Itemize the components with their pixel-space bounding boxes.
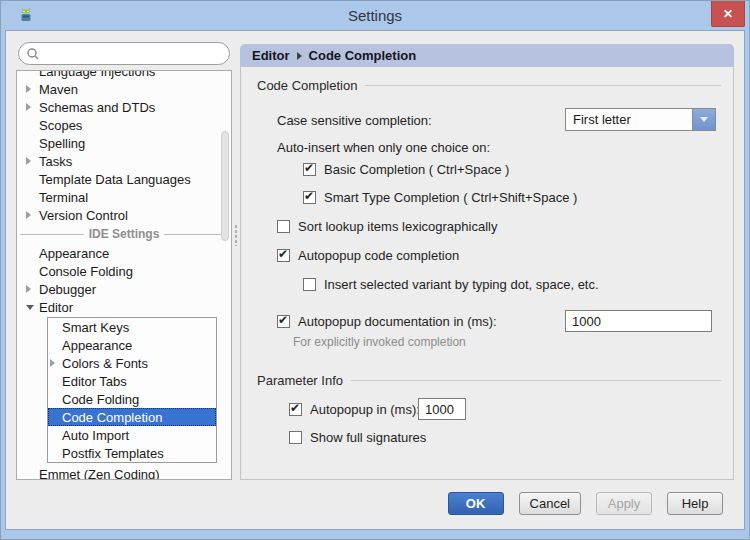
sidebar-item-debugger[interactable]: Debugger [17, 280, 231, 298]
ide-settings-separator: IDE Settings [17, 224, 231, 244]
search-box[interactable] [18, 42, 230, 65]
sidebar-item-spelling[interactable]: Spelling [17, 134, 231, 152]
sidebar-item-console-folding[interactable]: Console Folding [17, 262, 231, 280]
sidebar-item-editor-tabs[interactable]: Editor Tabs [48, 372, 216, 390]
chevron-right-icon [26, 211, 31, 219]
show-signatures-checkbox[interactable] [289, 431, 302, 444]
breadcrumb-current: Code Completion [309, 48, 417, 63]
sidebar-item-schemas-and-dtds[interactable]: Schemas and DTDs [17, 98, 231, 116]
sidebar-item-template-data-languages[interactable]: Template Data Languages [17, 170, 231, 188]
sidebar-item-auto-import[interactable]: Auto Import [48, 426, 216, 444]
basic-completion-checkbox[interactable] [303, 163, 316, 176]
param-autopopup-row: Autopopup in (ms): [289, 399, 420, 419]
section-parameter-info: Parameter Info [257, 372, 721, 388]
autopopup-code-checkbox[interactable] [277, 249, 290, 262]
close-button[interactable]: ✕ [711, 1, 745, 27]
param-autopopup-checkbox[interactable] [289, 403, 302, 416]
sidebar-item-code-completion[interactable]: Code Completion [48, 408, 216, 426]
section-code-completion: Code Completion [257, 77, 721, 93]
sort-lookup-checkbox[interactable] [277, 220, 290, 233]
editor-subtree: Smart Keys Appearance Colors & Fonts [47, 317, 217, 463]
case-sensitive-select[interactable]: First letter [565, 108, 716, 131]
chevron-down-icon [26, 305, 34, 310]
combo-dropdown-button[interactable] [692, 109, 715, 130]
left-column: Language Injections Maven Schemas and DT… [16, 40, 232, 480]
autopopup-code-row: Autopopup code completion [277, 245, 459, 265]
sidebar-item-colors-fonts[interactable]: Colors & Fonts [48, 354, 216, 372]
tree-scrollbar-thumb[interactable] [221, 131, 229, 241]
autopopup-doc-checkbox[interactable] [277, 315, 290, 328]
right-column: Editor Code Completion Code Completion C… [240, 40, 734, 480]
cancel-button[interactable]: Cancel [519, 492, 581, 515]
case-sensitive-label: Case sensitive completion: [277, 110, 432, 130]
settings-dialog: Language Injections Maven Schemas and DT… [5, 30, 745, 530]
insert-variant-checkbox[interactable] [303, 278, 316, 291]
basic-completion-row: Basic Completion ( Ctrl+Space ) [303, 159, 509, 179]
sidebar-item-editor-appearance[interactable]: Appearance [48, 336, 216, 354]
settings-tree: Language Injections Maven Schemas and DT… [16, 70, 232, 480]
sidebar-item-language-injections[interactable]: Language Injections [17, 70, 231, 80]
breadcrumb-parent[interactable]: Editor [252, 48, 290, 63]
chevron-right-icon [50, 359, 55, 367]
sidebar-item-appearance[interactable]: Appearance [17, 244, 231, 262]
smart-type-completion-row: Smart Type Completion ( Ctrl+Shift+Space… [303, 187, 577, 207]
help-button[interactable]: Help [667, 492, 723, 515]
sidebar-item-terminal[interactable]: Terminal [17, 188, 231, 206]
sidebar-item-code-folding[interactable]: Code Folding [48, 390, 216, 408]
settings-window: Settings ✕ Language Injections [0, 0, 750, 540]
android-studio-icon [17, 6, 35, 24]
smart-type-completion-checkbox[interactable] [303, 191, 316, 204]
show-signatures-row: Show full signatures [289, 427, 426, 447]
titlebar: Settings ✕ [1, 1, 749, 30]
auto-insert-label: Auto-insert when only one choice on: [277, 137, 490, 157]
breadcrumb: Editor Code Completion [240, 44, 734, 67]
sidebar-item-editor[interactable]: Editor [17, 298, 231, 316]
chevron-right-icon [26, 85, 31, 93]
chevron-right-icon [26, 103, 31, 111]
window-title: Settings [348, 7, 402, 24]
chevron-right-icon [26, 157, 31, 165]
sidebar-item-tasks[interactable]: Tasks [17, 152, 231, 170]
sort-lookup-row: Sort lookup items lexicographically [277, 216, 497, 236]
breadcrumb-arrow-icon [297, 52, 302, 60]
sidebar-item-postfix-templates[interactable]: Postfix Templates [48, 444, 216, 462]
sidebar-item-maven[interactable]: Maven [17, 80, 231, 98]
code-completion-panel: Code Completion Case sensitive completio… [240, 67, 734, 480]
button-bar: OK Cancel Apply Help [6, 477, 744, 529]
apply-button[interactable]: Apply [596, 492, 652, 515]
search-input[interactable] [40, 45, 229, 63]
autopopup-doc-row: Autopopup documentation in (ms): [277, 311, 497, 331]
sidebar-item-scopes[interactable]: Scopes [17, 116, 231, 134]
autopopup-doc-hint: For explicitly invoked completion [293, 335, 466, 349]
close-icon: ✕ [723, 7, 733, 21]
sidebar-item-version-control[interactable]: Version Control [17, 206, 231, 224]
chevron-right-icon [26, 285, 31, 293]
ok-button[interactable]: OK [448, 492, 504, 515]
autopopup-doc-input[interactable] [565, 310, 712, 332]
search-icon [26, 47, 40, 61]
splitter-grip-icon [234, 224, 238, 246]
main-area: Language Injections Maven Schemas and DT… [16, 40, 734, 480]
chevron-down-icon [700, 117, 708, 122]
insert-variant-row: Insert selected variant by typing dot, s… [303, 274, 599, 294]
param-autopopup-input[interactable] [418, 398, 466, 420]
sidebar-item-smart-keys[interactable]: Smart Keys [48, 318, 216, 336]
panel-splitter[interactable] [232, 40, 240, 480]
